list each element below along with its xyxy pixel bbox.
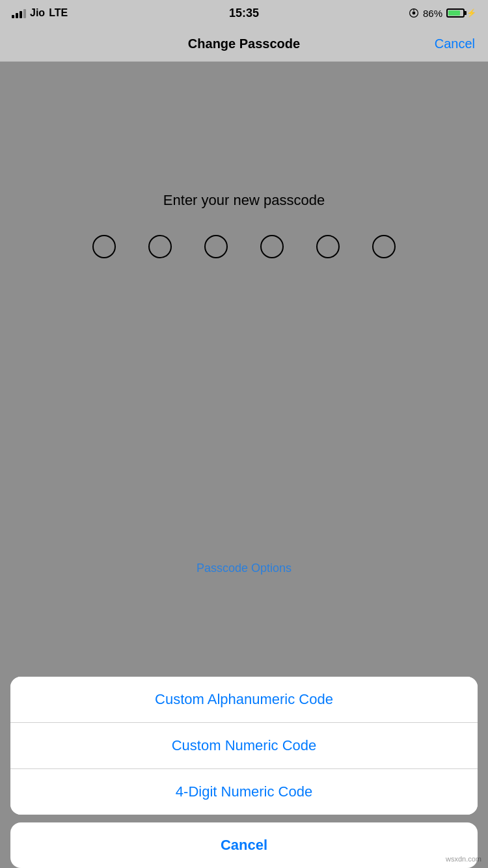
passcode-dot-5 — [316, 235, 340, 258]
status-right: 86% ⚡ — [409, 8, 476, 19]
status-left: Jio LTE — [12, 7, 68, 19]
time-label: 15:35 — [229, 7, 259, 20]
battery-indicator: ⚡ — [446, 8, 476, 18]
status-bar: Jio LTE 15:35 86% ⚡ — [0, 0, 488, 26]
passcode-dot-1 — [92, 235, 116, 258]
nav-cancel-button[interactable]: Cancel — [435, 36, 475, 51]
carrier-label: Jio — [30, 7, 45, 19]
passcode-dots-container — [92, 235, 396, 258]
network-type-label: LTE — [49, 7, 68, 19]
watermark: wsxdn.com — [446, 855, 481, 863]
action-sheet-options: Custom Alphanumeric Code Custom Numeric … — [10, 677, 478, 815]
passcode-dot-2 — [148, 235, 172, 258]
battery-percent-label: 86% — [423, 8, 442, 19]
option-custom-numeric[interactable]: Custom Numeric Code — [10, 723, 478, 769]
passcode-dot-4 — [260, 235, 284, 258]
action-sheet-overlay: Custom Alphanumeric Code Custom Numeric … — [0, 677, 488, 868]
location-icon — [409, 8, 419, 18]
option-custom-alphanumeric[interactable]: Custom Alphanumeric Code — [10, 677, 478, 723]
passcode-options-hint[interactable]: Passcode Options — [197, 562, 291, 575]
signal-icon — [12, 8, 26, 18]
option-4digit-numeric[interactable]: 4-Digit Numeric Code — [10, 769, 478, 815]
svg-point-1 — [413, 12, 416, 15]
passcode-dot-3 — [204, 235, 228, 258]
passcode-prompt-label: Enter your new passcode — [163, 192, 325, 209]
battery-fill — [448, 10, 460, 16]
page-title: Change Passcode — [188, 36, 300, 51]
passcode-dot-6 — [372, 235, 396, 258]
main-content: Enter your new passcode Passcode Options… — [0, 62, 488, 868]
nav-bar: Change Passcode Cancel — [0, 26, 488, 62]
action-sheet-cancel-button[interactable]: Cancel — [10, 822, 478, 868]
action-sheet: Custom Alphanumeric Code Custom Numeric … — [0, 677, 488, 868]
charging-icon: ⚡ — [467, 8, 476, 18]
battery-icon — [446, 8, 465, 18]
